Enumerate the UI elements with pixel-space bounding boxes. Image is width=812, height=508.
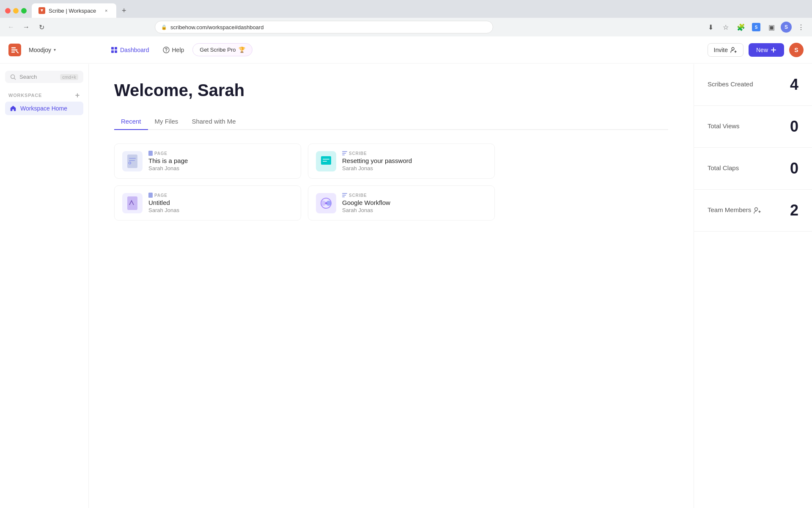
dashboard-label: Dashboard [120, 47, 149, 53]
workspace-selector[interactable]: Moodjoy ▾ [25, 45, 60, 55]
maximize-button[interactable] [21, 8, 27, 14]
back-button[interactable]: ← [5, 21, 17, 33]
active-tab[interactable]: Scribe | Workspace × [32, 3, 116, 18]
user-avatar[interactable]: S [789, 43, 804, 57]
url-display: scribehow.com/workspace#dashboard [170, 24, 487, 30]
get-pro-button[interactable]: Get Scribe Pro 🏆 [192, 43, 252, 56]
stat-value-2: 0 [790, 160, 798, 177]
sidebar-item-workspace-home[interactable]: Workspace Home [5, 102, 83, 115]
scribe-list-icon-2 [342, 193, 347, 197]
workspace-name: Moodjoy [29, 47, 51, 53]
main-content: Welcome, Sarah Recent My Files Shared wi… [89, 64, 694, 508]
file-card-3[interactable]: SCRIBE Google Workflow Sarah Jonas [308, 185, 495, 221]
tab-shared-with-me[interactable]: Shared with Me [185, 113, 242, 130]
file-author-3: Sarah Jonas [342, 207, 487, 213]
nav-dashboard[interactable]: Dashboard [106, 44, 154, 56]
file-thumb-0 [122, 151, 143, 171]
address-bar-row: ← → ↻ 🔒 scribehow.com/workspace#dashboar… [0, 18, 812, 36]
menu-icon[interactable]: ⋮ [795, 21, 807, 33]
nav-help[interactable]: Help [158, 44, 189, 56]
scribe-list-icon [342, 151, 347, 155]
nav-center: Dashboard Help Get Scribe Pro 🏆 [97, 43, 708, 56]
welcome-heading: Welcome, Sarah [114, 81, 668, 100]
file-card-1[interactable]: SCRIBE Resetting your password Sarah Jon… [308, 144, 495, 179]
stat-value-0: 4 [790, 76, 798, 94]
get-pro-label: Get Scribe Pro [200, 47, 236, 53]
file-name-0: This is a page [148, 157, 293, 164]
svg-point-6 [166, 51, 167, 52]
new-label: New [756, 47, 768, 53]
svg-rect-9 [127, 155, 137, 168]
file-author-2: Sarah Jonas [148, 207, 293, 213]
tabs: Recent My Files Shared with Me [114, 113, 668, 130]
star-icon[interactable]: ☆ [720, 21, 732, 33]
team-members-label-row: Team Members [708, 206, 761, 215]
file-name-3: Google Workflow [342, 199, 487, 206]
add-workspace-item-button[interactable]: + [75, 91, 80, 99]
tab-close-btn[interactable]: × [103, 7, 110, 14]
stat-card-2: Total Claps 0 [694, 148, 812, 190]
svg-rect-26 [342, 193, 347, 194]
lock-icon: 🔒 [161, 25, 167, 30]
new-tab-button[interactable]: + [118, 5, 130, 17]
top-nav: Moodjoy ▾ Dashboard Help Get Scribe Pro … [0, 36, 812, 64]
file-info-3: SCRIBE Google Workflow Sarah Jonas [342, 193, 487, 213]
extension-icon[interactable]: 🧩 [735, 21, 747, 33]
svg-rect-15 [321, 156, 331, 165]
forward-button[interactable]: → [20, 21, 32, 33]
search-placeholder: Search [19, 74, 57, 80]
file-thumb-1 [316, 151, 336, 171]
file-info-2: PAGE Untitled Sarah Jonas [148, 193, 293, 213]
file-type-0: PAGE [148, 151, 293, 156]
invite-label: Invite [714, 47, 728, 53]
svg-point-13 [129, 162, 131, 163]
tab-recent[interactable]: Recent [114, 113, 148, 130]
svg-rect-17 [323, 161, 327, 162]
svg-rect-1 [111, 47, 114, 50]
scribe-logo [8, 44, 21, 56]
dashboard-icon [111, 47, 118, 53]
files-grid: PAGE This is a page Sarah Jonas [114, 144, 495, 221]
search-box[interactable]: Search cmd+k [5, 71, 83, 83]
file-name-2: Untitled [148, 199, 293, 206]
page-doc-icon [148, 151, 153, 156]
file-info-0: PAGE This is a page Sarah Jonas [148, 151, 293, 171]
file-thumb-3 [316, 193, 336, 213]
minimize-button[interactable] [13, 8, 19, 14]
address-bar[interactable]: 🔒 scribehow.com/workspace#dashboard [155, 21, 493, 33]
stat-card-1: Total Views 0 [694, 106, 812, 148]
svg-rect-3 [111, 50, 114, 53]
download-icon[interactable]: ⬇ [705, 21, 716, 33]
help-label: Help [172, 47, 184, 53]
search-shortcut: cmd+k [60, 74, 78, 80]
reload-button[interactable]: ↻ [36, 21, 47, 33]
tab-my-files[interactable]: My Files [148, 113, 185, 130]
profile-extension-icon[interactable]: S [750, 21, 762, 33]
browser-chrome: Scribe | Workspace × + ← → ↻ 🔒 scribehow… [0, 0, 812, 37]
file-card-2[interactable]: PAGE Untitled Sarah Jonas [114, 185, 301, 221]
svg-rect-20 [342, 155, 345, 155]
browser-profile-avatar[interactable]: S [781, 22, 792, 33]
invite-button[interactable]: Invite [708, 43, 743, 57]
team-members-icon [754, 207, 761, 214]
svg-point-29 [755, 208, 758, 211]
sidebar-toggle-icon[interactable]: ▣ [765, 21, 777, 33]
file-type-3: SCRIBE [342, 193, 487, 198]
svg-rect-2 [115, 47, 117, 50]
tab-bar: Scribe | Workspace × + [0, 0, 812, 18]
close-button[interactable] [5, 8, 11, 14]
stat-label-3: Team Members [708, 206, 751, 213]
stat-card-0: Scribes Created 4 [694, 64, 812, 106]
help-icon [163, 47, 170, 53]
new-button[interactable]: New [749, 43, 784, 57]
svg-rect-27 [342, 195, 346, 196]
svg-rect-11 [129, 160, 135, 161]
page-doc-icon-2 [148, 193, 153, 198]
file-card-0[interactable]: PAGE This is a page Sarah Jonas [114, 144, 301, 179]
traffic-lights [0, 8, 32, 14]
search-icon [10, 74, 16, 80]
svg-rect-4 [115, 50, 117, 53]
stat-label-1: Total Views [708, 122, 740, 130]
trophy-icon: 🏆 [239, 47, 245, 53]
svg-rect-14 [148, 151, 153, 156]
